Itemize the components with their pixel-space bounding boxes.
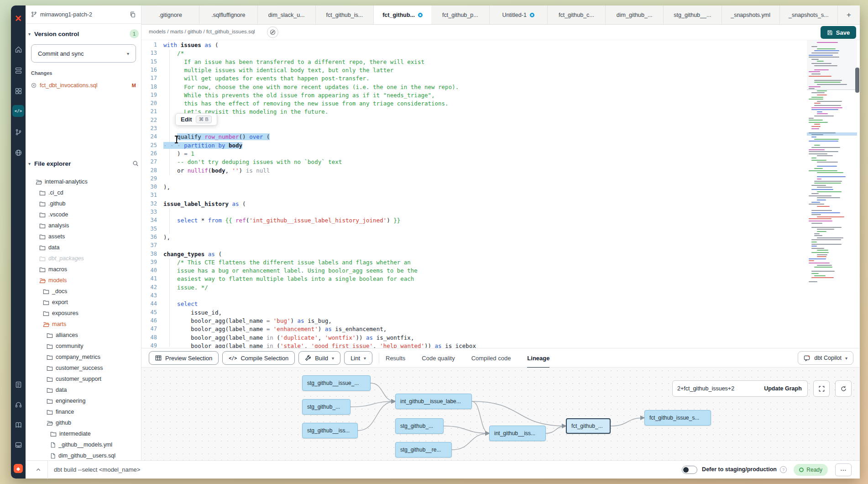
tree-item-alliances[interactable]: alliances xyxy=(47,330,78,341)
line-number: 32 xyxy=(141,200,157,207)
tree-item-finance[interactable]: finance xyxy=(47,406,74,417)
tree-item-analysis[interactable]: analysis xyxy=(39,220,69,231)
tree-item-company_metrics[interactable]: company_metrics xyxy=(47,352,100,363)
fullscreen-icon[interactable] xyxy=(813,380,830,397)
tree-item-dbt_packages[interactable]: dbt_packages xyxy=(39,253,84,264)
tree-item-assets[interactable]: assets xyxy=(39,231,65,242)
text-cursor xyxy=(174,136,178,143)
home-icon[interactable] xyxy=(11,43,26,56)
tab-fct_github_p[interactable]: fct_github_p... xyxy=(431,5,489,24)
tree-item-data[interactable]: data xyxy=(47,384,67,395)
sidebar: mirnawong1-patch-2 ▾ Version control 1 C… xyxy=(26,5,141,460)
code-tag-icon: </> xyxy=(229,356,237,361)
tree-item-exposures[interactable]: exposures xyxy=(43,308,78,319)
dbt-logo: ✕ xyxy=(11,12,26,25)
lint-button[interactable]: Lint▾ xyxy=(344,351,372,365)
refresh-icon[interactable] xyxy=(835,380,852,397)
copy-icon[interactable] xyxy=(130,11,136,18)
lineage-filter-input[interactable] xyxy=(672,380,759,397)
tree-item-.ci_cd[interactable]: .ci_cd xyxy=(39,187,63,198)
tree-item-.github[interactable]: .github xyxy=(39,198,66,209)
new-tab-button[interactable]: + xyxy=(838,5,860,24)
lineage-node-stg_github_[interactable]: stg_github_... xyxy=(302,399,350,415)
commit-and-sync-button[interactable]: Commit and sync ▾ xyxy=(31,44,136,63)
lineage-node-int_github__issue_labe[interactable]: int_github__issue_labe... xyxy=(395,394,472,409)
tree-item-models[interactable]: modelsM xyxy=(39,275,67,286)
minimap[interactable] xyxy=(807,40,857,314)
changed-file-row[interactable]: fct_dbt_invocations.sql M xyxy=(31,80,136,90)
tree-item-_docs[interactable]: _docs xyxy=(43,286,67,297)
overflow-menu-button[interactable]: ⋯ xyxy=(835,463,852,476)
apps-icon[interactable] xyxy=(11,84,26,97)
tab-sqlfluffignore[interactable]: .sqlfluffignore xyxy=(199,5,257,24)
editor-scrollbar[interactable] xyxy=(855,68,859,93)
lineage-node-int_github__iss[interactable]: int_github__iss... xyxy=(489,426,546,441)
chevron-up-icon[interactable] xyxy=(32,464,45,475)
build-button[interactable]: Build▾ xyxy=(298,351,340,365)
tab-fct_github[interactable]: fct_github... xyxy=(374,5,431,24)
folder-icon xyxy=(47,332,53,338)
panel-tab-compiled-code[interactable]: Compiled code xyxy=(471,348,511,368)
chevron-down-icon[interactable]: ▾ xyxy=(28,32,31,37)
chevron-down-icon[interactable]: ▾ xyxy=(28,161,31,166)
update-graph-button[interactable]: Update Graph xyxy=(758,380,808,397)
panel-tab-results[interactable]: Results xyxy=(386,348,405,368)
catalog-icon[interactable] xyxy=(11,64,26,77)
tab-fct_github_c[interactable]: fct_github_c... xyxy=(548,5,606,24)
dbt-copilot-button[interactable]: dbt Copilot ▾ xyxy=(798,351,853,365)
tree-item-_github__models.yml[interactable]: _github__models.yml xyxy=(50,439,112,450)
notes-icon[interactable] xyxy=(11,378,26,391)
lineage-graph[interactable]: Update Graph stg_github__issue_...stg_gi… xyxy=(141,368,860,460)
tab-fct_github_is[interactable]: fct_github_is... xyxy=(316,5,374,24)
tab-gitignore[interactable]: .gitignore xyxy=(141,5,199,24)
tree-item-community[interactable]: community xyxy=(47,341,83,352)
compass-icon[interactable] xyxy=(267,26,278,38)
panel-icon[interactable] xyxy=(11,438,26,451)
tab-stg_github__[interactable]: stg_github__... xyxy=(664,5,722,24)
tree-item-engineering[interactable]: engineering xyxy=(47,395,85,406)
tree-item-marts[interactable]: martsM xyxy=(43,319,66,330)
lineage-node-stg_github__issue_[interactable]: stg_github__issue_... xyxy=(302,375,371,391)
tree-item-internal-analytics[interactable]: internal-analytics xyxy=(36,176,88,187)
tab-dim_slack_u[interactable]: dim_slack_u... xyxy=(258,5,316,24)
panel-tab-lineage[interactable]: Lineage xyxy=(527,348,549,368)
dbt-flame-logo[interactable]: ◆ xyxy=(11,462,26,475)
save-button[interactable]: Save xyxy=(821,26,856,39)
command-input[interactable]: dbt build --select <model_name> xyxy=(54,466,140,473)
lineage-node-fct_github_issue_s[interactable]: fct_github_issue_s... xyxy=(644,410,711,426)
tab-dim_github_[interactable]: dim_github_... xyxy=(606,5,664,24)
help-icon[interactable]: ? xyxy=(780,466,787,473)
lineage-node-fct_github_[interactable]: fct_github_... xyxy=(566,418,611,434)
tree-item-export[interactable]: export xyxy=(43,297,68,308)
tree-item-github[interactable]: github xyxy=(47,417,71,428)
line-number: 48 xyxy=(141,334,157,341)
panel-tab-code-quality[interactable]: Code quality xyxy=(422,348,455,368)
tree-item-intermediate[interactable]: intermediate xyxy=(50,428,91,439)
defer-toggle[interactable] xyxy=(682,466,697,474)
search-icon[interactable] xyxy=(132,160,139,167)
tree-item-dim_github__users.sql[interactable]: dim_github__users.sql xyxy=(50,450,115,460)
tree-item-.vscode[interactable]: .vscode xyxy=(39,209,68,220)
lineage-node-stg_github__iss[interactable]: stg_github__iss... xyxy=(302,423,358,438)
tab-_snapshots_s[interactable]: _snapshots_s... xyxy=(780,5,838,24)
compile-selection-button[interactable]: </>Compile Selection xyxy=(222,351,295,365)
tree-item-customer_success[interactable]: customer_success xyxy=(47,363,103,374)
lineage-node-stg_github_[interactable]: stg_github_... xyxy=(395,418,444,434)
edit-popup[interactable]: Edit ⌘ B xyxy=(175,113,217,126)
docs-icon[interactable] xyxy=(11,418,26,431)
line-number: 17 xyxy=(141,75,157,81)
tree-item-data[interactable]: data xyxy=(39,242,59,253)
tab-Untitled-1[interactable]: Untitled-1 xyxy=(490,5,548,24)
tree-item-customer_support[interactable]: customer_support xyxy=(47,374,101,384)
breadcrumb: models / marts / github / fct_github_iss… xyxy=(149,29,255,34)
lineage-node-stg_github__re[interactable]: stg_github__re... xyxy=(395,442,452,458)
tab-_snapshotsyml[interactable]: _snapshots.yml xyxy=(722,5,780,24)
develop-icon[interactable]: </> xyxy=(12,105,24,117)
version-control-icon[interactable] xyxy=(11,126,26,138)
code-editor[interactable]: 1with issues as (13 /*15 If an issue has… xyxy=(141,40,860,348)
support-icon[interactable] xyxy=(11,398,26,411)
minimap-selection-marker xyxy=(807,132,857,136)
preview-selection-button[interactable]: Preview Selection xyxy=(149,351,219,365)
explore-icon[interactable] xyxy=(11,146,26,159)
tree-item-macros[interactable]: macros xyxy=(39,264,67,275)
